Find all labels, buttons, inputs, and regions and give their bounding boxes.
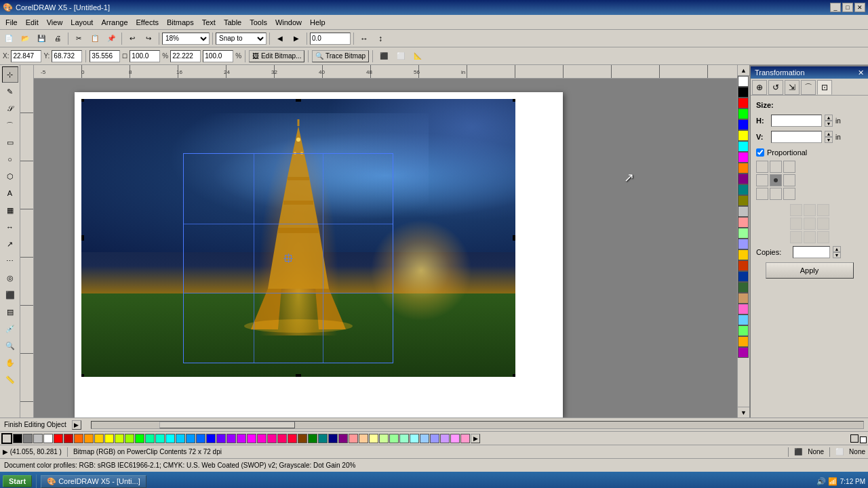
- v-value-input[interactable]: 22.222: [771, 131, 822, 143]
- transform-tab-position[interactable]: ⊕: [752, 80, 767, 95]
- color-dark-blue[interactable]: [738, 271, 749, 282]
- palette-gold[interactable]: [94, 434, 104, 443]
- snap-select[interactable]: Snap to: [216, 33, 267, 45]
- pos-cell-br[interactable]: [783, 188, 795, 200]
- palette-black[interactable]: [13, 434, 22, 443]
- menu-text[interactable]: Text: [198, 17, 220, 28]
- height-input[interactable]: [170, 50, 201, 62]
- fill-tool[interactable]: ⬛: [2, 287, 18, 303]
- menu-view[interactable]: View: [43, 17, 67, 28]
- zoom-select[interactable]: 18% 25% 50% 100%: [162, 33, 210, 45]
- v-spinner[interactable]: ▲ ▼: [825, 131, 833, 143]
- handle-mid-right[interactable]: [513, 235, 515, 241]
- color-mode-button[interactable]: ⬛: [376, 49, 391, 64]
- palette-skyblue[interactable]: [176, 434, 185, 443]
- palette-teal[interactable]: [318, 434, 328, 443]
- minimize-button[interactable]: _: [830, 3, 841, 12]
- color-scroll-down[interactable]: ▼: [738, 407, 749, 418]
- pos-cell-tc[interactable]: [770, 161, 782, 173]
- edit-bitmap-button[interactable]: 🖼 Edit Bitmap...: [249, 50, 304, 62]
- palette-scroll-right[interactable]: ▶: [471, 434, 480, 443]
- v-spin-up[interactable]: ▲: [825, 131, 833, 137]
- transform-tab-scale[interactable]: ⇲: [785, 80, 800, 95]
- scale-w-input[interactable]: [130, 50, 160, 62]
- color-gold[interactable]: [738, 249, 749, 260]
- palette-gray[interactable]: [23, 434, 33, 443]
- color-teal[interactable]: [738, 184, 749, 195]
- paste-button[interactable]: 📌: [104, 31, 119, 46]
- handle-bottom-right[interactable]: [513, 374, 515, 377]
- transformation-close-button[interactable]: ✕: [858, 68, 864, 77]
- color-lime[interactable]: [738, 325, 749, 336]
- palette-yellow[interactable]: [104, 434, 114, 443]
- contour-tool[interactable]: ◎: [2, 270, 18, 286]
- trace-bitmap-button[interactable]: 🔍 Trace Bitmap: [312, 50, 369, 62]
- handle-top-right[interactable]: [513, 99, 515, 102]
- pos-cell-mc[interactable]: [770, 174, 782, 186]
- color-violet[interactable]: [738, 347, 749, 358]
- palette-lightblue[interactable]: [420, 434, 429, 443]
- palette-lavender[interactable]: [440, 434, 450, 443]
- canvas-area[interactable]: -5 0 8 16 24 32 40 48 56 in: [20, 65, 737, 418]
- color-pink-light[interactable]: [738, 217, 749, 228]
- pos-cell-bc[interactable]: [770, 188, 782, 200]
- apply-button[interactable]: Apply: [766, 262, 854, 279]
- palette-aquamarine[interactable]: [155, 434, 165, 443]
- copies-spinner[interactable]: ▲ ▼: [833, 246, 841, 258]
- pos-cell-mr[interactable]: [783, 174, 795, 186]
- palette-periwinkle[interactable]: [430, 434, 439, 443]
- palette-chartreuse[interactable]: [125, 434, 134, 443]
- palette-darkred[interactable]: [64, 434, 73, 443]
- color-silver[interactable]: [738, 206, 749, 217]
- connector-tool[interactable]: ↗: [2, 236, 18, 252]
- palette-magenta[interactable]: [247, 434, 256, 443]
- redo-button[interactable]: ↪: [141, 31, 156, 46]
- color-white[interactable]: [738, 76, 749, 87]
- menu-layout[interactable]: Layout: [66, 17, 97, 28]
- color-yellow[interactable]: [738, 130, 749, 141]
- color-cyan[interactable]: [738, 141, 749, 152]
- smart-draw-tool[interactable]: ⌒: [2, 117, 18, 134]
- hand-tool[interactable]: ✋: [2, 354, 18, 371]
- menu-help[interactable]: Help: [306, 17, 330, 28]
- text-tool[interactable]: A: [2, 185, 18, 201]
- palette-darkgreen[interactable]: [308, 434, 317, 443]
- palette-deeppink[interactable]: [267, 434, 277, 443]
- color-scroll-up[interactable]: ▲: [738, 65, 749, 76]
- no-color-swatch[interactable]: [1, 433, 12, 444]
- taskbar-app-item[interactable]: 🎨 CorelDRAW X5 - [Unti...]: [41, 475, 146, 488]
- proportional-checkbox[interactable]: [756, 148, 764, 157]
- copies-input[interactable]: 0: [793, 246, 830, 258]
- color-tan[interactable]: [738, 293, 749, 304]
- color-purple[interactable]: [738, 174, 749, 184]
- palette-lightpink2[interactable]: [460, 434, 470, 443]
- palette-darkorange[interactable]: [84, 434, 94, 443]
- menu-edit[interactable]: Edit: [22, 17, 43, 28]
- coord-icon[interactable]: ▶: [3, 448, 8, 455]
- close-button[interactable]: ✕: [854, 3, 865, 12]
- palette-orchid[interactable]: [237, 434, 246, 443]
- x-input[interactable]: [11, 50, 41, 62]
- color-olive[interactable]: [738, 195, 749, 206]
- palette-orange[interactable]: [74, 434, 83, 443]
- save-button[interactable]: 💾: [34, 31, 49, 46]
- h-spin-up[interactable]: ▲: [825, 115, 833, 121]
- scale-h-input[interactable]: [203, 50, 233, 62]
- palette-brown[interactable]: [298, 434, 307, 443]
- bitmap-option-button[interactable]: ⬜: [393, 49, 408, 64]
- document-page[interactable]: [75, 92, 563, 418]
- menu-window[interactable]: Window: [271, 17, 306, 28]
- palette-peach[interactable]: [359, 434, 368, 443]
- menu-tools[interactable]: Tools: [245, 17, 271, 28]
- color-lavender[interactable]: [738, 239, 749, 249]
- zoom-tool[interactable]: 🔍: [2, 338, 18, 354]
- mirror-v-button[interactable]: ↕: [373, 31, 388, 46]
- menu-effects[interactable]: Effects: [132, 17, 163, 28]
- menu-file[interactable]: File: [1, 17, 22, 28]
- transform-tab-size[interactable]: ⊡: [817, 80, 832, 95]
- measure-tool[interactable]: 📏: [2, 371, 18, 388]
- handle-top-left[interactable]: [81, 99, 84, 102]
- palette-cyan[interactable]: [165, 434, 175, 443]
- mirror-h-button[interactable]: ↔: [357, 31, 372, 46]
- next-page-button[interactable]: ▶: [289, 31, 304, 46]
